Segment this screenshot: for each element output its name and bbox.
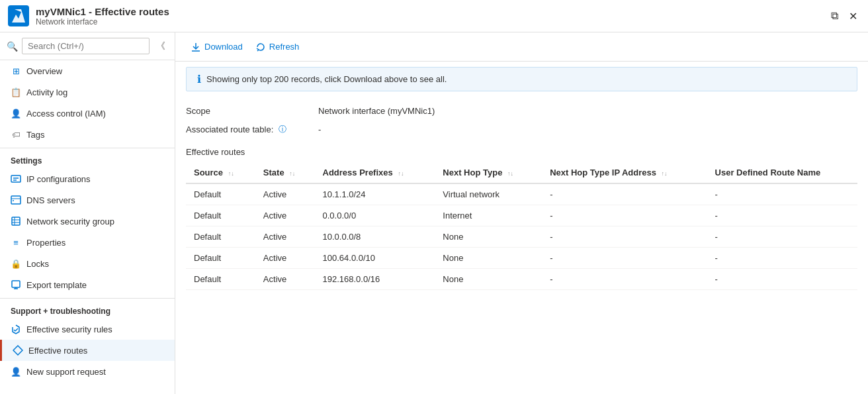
sidebar-item-tags[interactable]: 🏷 Tags	[0, 124, 175, 145]
download-icon	[191, 42, 200, 52]
azure-logo	[8, 5, 29, 26]
table-row: Default Active 10.1.1.0/24 Virtual netwo…	[186, 183, 857, 205]
download-button[interactable]: Download	[186, 39, 248, 54]
sort-icon-next-hop: ↑↓	[507, 170, 513, 177]
sidebar-label-new-support: New support request	[26, 367, 106, 377]
cell-source-0: Default	[186, 183, 255, 205]
title-text: myVMNic1 - Effective routes Network inte…	[36, 6, 169, 26]
cell-address-1: 0.0.0.0/0	[315, 205, 435, 226]
sidebar-label-export: Export template	[26, 280, 87, 290]
col-user-defined[interactable]: User Defined Route Name	[707, 162, 857, 183]
sidebar-label-properties: Properties	[26, 238, 65, 248]
main-layout: 🔍 《 ⊞ Overview 📋 Activity log 👤 Access c…	[0, 32, 868, 394]
cell-next-hop-ip-1: -	[542, 205, 707, 226]
close-button[interactable]: ✕	[846, 7, 860, 25]
col-source[interactable]: Source ↑↓	[186, 162, 255, 183]
cell-source-2: Default	[186, 226, 255, 248]
tag-icon: 🏷	[11, 129, 21, 140]
export-icon	[11, 279, 21, 290]
col-next-hop-type[interactable]: Next Hop Type ↑↓	[435, 162, 542, 183]
svg-rect-8	[12, 217, 20, 225]
cell-user-defined-0: -	[707, 183, 857, 205]
title-bar-left: myVMNic1 - Effective routes Network inte…	[8, 5, 169, 26]
collapse-button[interactable]: 《	[153, 39, 168, 54]
sidebar: 🔍 《 ⊞ Overview 📋 Activity log 👤 Access c…	[0, 32, 175, 394]
sidebar-item-effective-routes[interactable]: Effective routes	[0, 340, 175, 361]
sidebar-item-overview[interactable]: ⊞ Overview	[0, 60, 175, 81]
toolbar: Download Refresh	[175, 32, 868, 62]
col-state[interactable]: State ↑↓	[255, 162, 315, 183]
page-subtitle: Network interface	[36, 17, 169, 26]
cell-address-3: 100.64.0.0/10	[315, 248, 435, 269]
routes-icon	[13, 345, 23, 356]
scope-value: Network interface (myVMNic1)	[318, 106, 435, 116]
sidebar-label-activity-log: Activity log	[26, 87, 67, 97]
cell-next-hop-ip-2: -	[542, 226, 707, 248]
sidebar-label-effective-security: Effective security rules	[26, 324, 112, 334]
table-header-row: Source ↑↓ State ↑↓ Address Prefixes ↑↓	[186, 162, 857, 183]
sidebar-item-new-support[interactable]: 👤 New support request	[0, 361, 175, 382]
sort-icon-state: ↑↓	[289, 170, 295, 177]
assoc-route-row: Associated route table: ⓘ -	[186, 120, 857, 139]
sidebar-item-export[interactable]: Export template	[0, 274, 175, 295]
cell-next-hop-type-0: Virtual network	[435, 183, 542, 205]
cell-user-defined-2: -	[707, 226, 857, 248]
sidebar-label-ip-config: IP configurations	[26, 174, 91, 184]
sidebar-item-properties[interactable]: ≡ Properties	[0, 232, 175, 253]
svg-rect-2	[11, 175, 21, 182]
page-title: myVMNic1 - Effective routes	[36, 6, 169, 17]
sidebar-label-locks: Locks	[26, 259, 49, 269]
props-icon: ≡	[11, 237, 21, 248]
sidebar-section-support: Support + troubleshooting	[0, 298, 175, 319]
col-next-hop-ip[interactable]: Next Hop Type IP Address ↑↓	[542, 162, 707, 183]
refresh-icon	[256, 42, 265, 52]
sidebar-item-iam[interactable]: 👤 Access control (IAM)	[0, 103, 175, 124]
cell-address-2: 10.0.0.0/8	[315, 226, 435, 248]
search-icon: 🔍	[7, 41, 18, 52]
table-row: Default Active 100.64.0.0/10 None - -	[186, 248, 857, 269]
sidebar-label-effective-routes: Effective routes	[28, 346, 87, 356]
sidebar-label-overview: Overview	[26, 66, 62, 76]
person-icon: 👤	[11, 108, 21, 119]
cell-next-hop-type-3: None	[435, 248, 542, 269]
cell-state-0: Active	[255, 183, 315, 205]
cell-state-3: Active	[255, 248, 315, 269]
maximize-button[interactable]: ⧉	[828, 7, 841, 25]
sort-icon-next-hop-ip: ↑↓	[662, 170, 668, 177]
cell-address-0: 10.1.1.0/24	[315, 183, 435, 205]
cell-source-3: Default	[186, 248, 255, 269]
sidebar-item-activity-log[interactable]: 📋 Activity log	[0, 81, 175, 103]
cell-next-hop-type-4: None	[435, 269, 542, 290]
grid-icon: ⊞	[11, 66, 21, 76]
sort-icon-address: ↑↓	[398, 170, 404, 177]
cell-next-hop-type-1: Internet	[435, 205, 542, 226]
cell-next-hop-ip-3: -	[542, 248, 707, 269]
svg-rect-0	[8, 5, 29, 26]
svg-line-15	[14, 330, 15, 331]
routes-section: Effective routes Source ↑↓ State ↑↓	[175, 144, 868, 295]
table-container: Source ↑↓ State ↑↓ Address Prefixes ↑↓	[186, 162, 857, 290]
svg-point-7	[13, 200, 14, 201]
col-address-prefixes[interactable]: Address Prefixes ↑↓	[315, 162, 435, 183]
sec-icon	[11, 324, 21, 334]
sidebar-label-dns: DNS servers	[26, 195, 75, 205]
refresh-button[interactable]: Refresh	[251, 39, 305, 54]
sidebar-item-effective-security[interactable]: Effective security rules	[0, 319, 175, 340]
content-area: Download Refresh ℹ Showing only top 200 …	[175, 32, 868, 394]
sidebar-item-nsg[interactable]: Network security group	[0, 211, 175, 232]
scope-section: Scope Network interface (myVMNic1) Assoc…	[175, 97, 868, 144]
refresh-label: Refresh	[269, 42, 300, 52]
cell-address-4: 192.168.0.0/16	[315, 269, 435, 290]
sidebar-item-locks[interactable]: 🔒 Locks	[0, 253, 175, 274]
cell-user-defined-4: -	[707, 269, 857, 290]
search-input[interactable]	[22, 38, 150, 54]
title-bar: myVMNic1 - Effective routes Network inte…	[0, 0, 868, 32]
svg-line-16	[15, 328, 18, 331]
sidebar-label-iam: Access control (IAM)	[26, 109, 106, 119]
cell-state-2: Active	[255, 226, 315, 248]
assoc-value: -	[318, 124, 321, 134]
sidebar-item-dns[interactable]: DNS servers	[0, 189, 175, 211]
sidebar-item-ip-config[interactable]: IP configurations	[0, 168, 175, 189]
svg-rect-5	[11, 196, 21, 204]
title-bar-actions: ⧉ ✕	[828, 7, 860, 25]
